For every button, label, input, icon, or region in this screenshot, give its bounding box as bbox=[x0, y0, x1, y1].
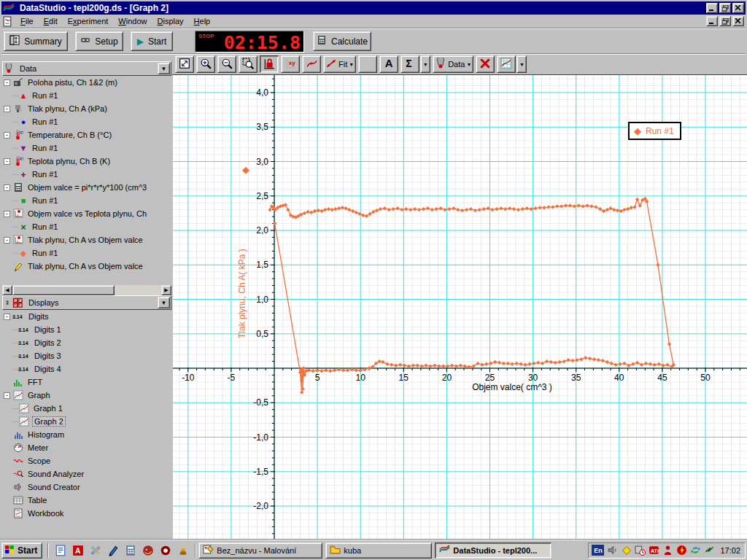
fit-menu-button[interactable]: Fit▼ bbox=[323, 55, 356, 73]
menu-help[interactable]: Help bbox=[189, 15, 216, 27]
chart-canvas[interactable]: -10-551015202530354045504,03,53,02,52,01… bbox=[173, 75, 747, 540]
display-item[interactable]: -Graph bbox=[2, 389, 171, 402]
display-subitem[interactable]: Graph 1 bbox=[2, 402, 171, 415]
title-bar[interactable]: DataStudio - tepl200g.ds - [Graph 2] bbox=[1, 1, 746, 15]
expand-collapse-icon[interactable]: - bbox=[4, 184, 10, 191]
scroll-thumb[interactable] bbox=[12, 285, 115, 295]
language-indicator[interactable]: En bbox=[592, 545, 604, 556]
expand-collapse-icon[interactable]: - bbox=[4, 158, 10, 165]
volume-icon[interactable] bbox=[606, 545, 618, 556]
display-item[interactable]: -3.14Digits bbox=[2, 310, 171, 323]
display-subitem[interactable]: Graph 2 bbox=[2, 415, 171, 428]
data-item[interactable]: -xObjem valce vs Teplota plynu, Ch bbox=[2, 207, 171, 220]
run-item[interactable]: ◆Run #1 bbox=[2, 246, 171, 260]
setup-button[interactable]: Setup bbox=[75, 31, 123, 51]
slope-tool-button[interactable]: xy bbox=[281, 55, 300, 73]
scroll-left-icon[interactable]: ◀ bbox=[2, 285, 12, 295]
run-item[interactable]: +Run #1 bbox=[2, 168, 171, 181]
y-axis-label[interactable]: Tlak plynu, Ch A( kPa ) bbox=[237, 177, 247, 411]
power-icon[interactable] bbox=[676, 545, 687, 556]
data-item[interactable]: -RTDTeplota plynu, Ch B (K) bbox=[2, 155, 171, 168]
x-axis-label[interactable]: Objem valce( cm^3 ) bbox=[465, 382, 560, 392]
run-item[interactable]: ▼Run #1 bbox=[2, 141, 171, 155]
ati-icon[interactable]: ATi bbox=[648, 545, 659, 556]
display-item[interactable]: Scope bbox=[2, 454, 171, 467]
menu-experiment[interactable]: Experiment bbox=[63, 15, 114, 27]
display-item[interactable]: Histogram bbox=[2, 428, 171, 441]
document-icon[interactable] bbox=[1, 16, 13, 26]
data-panel-header[interactable]: Data ▼ bbox=[2, 61, 171, 76]
display-item[interactable]: Table bbox=[2, 494, 171, 507]
data-item[interactable]: -Objem valce = pi*r*r*y*100 (cm^3 bbox=[2, 181, 171, 194]
menu-file[interactable]: File bbox=[15, 15, 39, 27]
run-item[interactable]: ●Run #1 bbox=[2, 115, 171, 128]
zoom-select-button[interactable] bbox=[239, 55, 258, 73]
data-item[interactable]: Tlak plynu, Ch A vs Objem valce bbox=[2, 260, 171, 273]
display-item[interactable]: Sound Analyzer bbox=[2, 467, 171, 481]
expand-collapse-icon[interactable]: - bbox=[4, 79, 10, 86]
statistics-button[interactable]: Σ bbox=[400, 55, 419, 73]
run-item[interactable]: ▲Run #1 bbox=[2, 89, 171, 102]
run-item[interactable]: ×Run #1 bbox=[2, 220, 171, 233]
start-menu-button[interactable]: Start bbox=[1, 542, 42, 559]
acrobat-icon[interactable]: A bbox=[71, 544, 85, 557]
summary-button[interactable]: Summary bbox=[4, 31, 68, 51]
bolt-icon[interactable] bbox=[703, 545, 715, 556]
displays-panel-dropdown-button[interactable]: ▼ bbox=[158, 297, 170, 308]
child-close-button[interactable] bbox=[732, 16, 744, 26]
sync-icon[interactable] bbox=[689, 545, 701, 556]
notes-icon[interactable] bbox=[54, 544, 67, 557]
display-subitem[interactable]: 3.14Digits 4 bbox=[2, 362, 171, 376]
menu-window[interactable]: Window bbox=[113, 15, 152, 27]
scheduler-icon[interactable] bbox=[634, 545, 646, 556]
run-item[interactable]: ■Run #1 bbox=[2, 194, 171, 207]
restore-button[interactable] bbox=[719, 3, 731, 13]
text-tool-button[interactable]: A bbox=[379, 55, 398, 73]
diamond-icon[interactable] bbox=[620, 545, 632, 556]
data-item[interactable]: -Poloha pistu, Ch 1&2 (m) bbox=[2, 76, 171, 89]
graph-panel[interactable]: -10-551015202530354045504,03,53,02,52,01… bbox=[173, 75, 747, 540]
winamp-icon[interactable] bbox=[177, 544, 190, 557]
data-item[interactable]: -Tlak plynu, Ch A (kPa) bbox=[2, 102, 171, 115]
data-panel-dropdown-button[interactable]: ▼ bbox=[158, 63, 170, 74]
expand-collapse-icon[interactable]: - bbox=[4, 392, 10, 399]
expand-collapse-icon[interactable]: - bbox=[4, 237, 10, 244]
menu-display[interactable]: Display bbox=[152, 15, 189, 27]
data-tree-hscrollbar[interactable]: ◀ ▶ bbox=[2, 285, 171, 295]
calculate-button[interactable]: Calculate bbox=[313, 31, 371, 51]
zoom-out-button[interactable] bbox=[217, 55, 236, 73]
expand-collapse-icon[interactable]: - bbox=[4, 132, 10, 139]
statistics-dropdown-button[interactable]: ▼ bbox=[420, 55, 430, 73]
data-item[interactable]: -xTlak plynu, Ch A vs Objem valce bbox=[2, 233, 171, 246]
dragon-icon[interactable] bbox=[142, 544, 155, 557]
persona-icon[interactable] bbox=[662, 545, 673, 556]
display-subitem[interactable]: 3.14Digits 3 bbox=[2, 349, 171, 362]
task-button-datastudio[interactable]: DataStudio - tepl200... bbox=[435, 542, 551, 559]
menu-edit[interactable]: Edit bbox=[39, 15, 63, 27]
display-item[interactable]: FFT bbox=[2, 376, 171, 389]
minimize-button[interactable] bbox=[706, 3, 718, 13]
graph-settings-dropdown-button[interactable]: ▼ bbox=[516, 55, 527, 73]
task-button-bez_názvu[interactable]: Bez_názvu - Malování bbox=[198, 542, 322, 559]
child-minimize-button[interactable] bbox=[706, 16, 718, 26]
expand-collapse-icon[interactable]: - bbox=[4, 211, 10, 217]
zoom-in-button[interactable] bbox=[196, 55, 215, 73]
close-button[interactable] bbox=[732, 3, 744, 13]
data-item[interactable]: -RTDTemperature, Ch B (°C) bbox=[2, 128, 171, 141]
task-button-kuba[interactable]: kuba bbox=[325, 542, 432, 559]
display-subitem[interactable]: 3.14Digits 1 bbox=[2, 323, 171, 336]
expand-collapse-icon[interactable]: - bbox=[4, 106, 10, 112]
splitter-handle-icon[interactable]: ⇕ bbox=[3, 300, 12, 306]
start-button[interactable]: ▶ Start bbox=[131, 31, 173, 51]
legend[interactable]: ◆ Run #1 bbox=[628, 122, 681, 140]
data-menu-button[interactable]: Data▼ bbox=[433, 55, 473, 73]
displays-panel-header[interactable]: ⇕ Displays ▼ bbox=[2, 295, 171, 310]
scale-to-fit-button[interactable] bbox=[175, 55, 194, 73]
pen-icon[interactable] bbox=[107, 544, 120, 557]
delete-button[interactable] bbox=[476, 55, 495, 73]
scroll-right-icon[interactable]: ▶ bbox=[161, 285, 171, 295]
opera-icon[interactable] bbox=[159, 544, 172, 557]
icq-icon[interactable] bbox=[89, 544, 102, 557]
calculator-button[interactable] bbox=[358, 55, 377, 73]
expand-collapse-icon[interactable]: - bbox=[4, 314, 10, 320]
